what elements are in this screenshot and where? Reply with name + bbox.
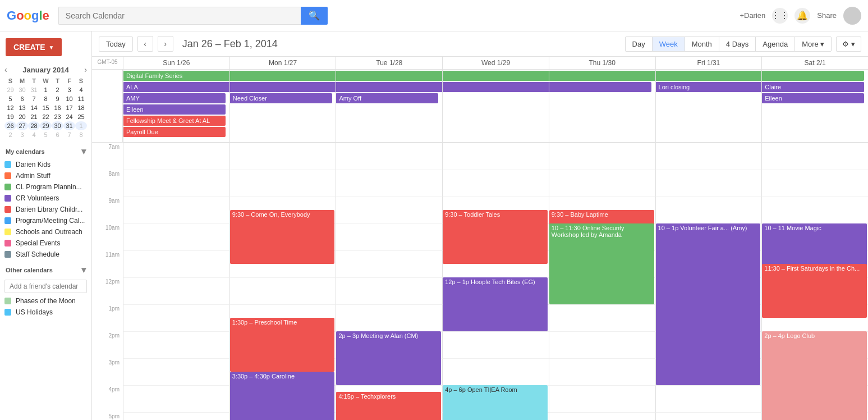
mini-cal-day[interactable]: 5 <box>40 130 52 139</box>
mini-cal-day[interactable]: 18 <box>75 103 87 112</box>
time-cell[interactable] <box>123 358 229 385</box>
mini-cal-day[interactable]: 28 <box>28 121 40 130</box>
mini-cal-day[interactable]: 6 <box>52 130 63 139</box>
time-cell[interactable] <box>442 331 549 358</box>
time-cell[interactable] <box>229 143 336 170</box>
time-cell[interactable] <box>229 170 336 197</box>
mini-cal-day[interactable]: 14 <box>28 103 40 112</box>
time-cell[interactable] <box>655 385 762 412</box>
timed-event[interactable]: 2p – 4p Lego Club <box>762 331 867 420</box>
multi-day-event[interactable]: Need Closer <box>229 93 332 103</box>
mini-cal-day[interactable]: 23 <box>52 112 63 121</box>
multi-day-event[interactable]: Payroll Due <box>123 127 226 137</box>
time-cell[interactable] <box>123 170 229 197</box>
multi-day-event[interactable]: Digital Family Series <box>123 71 864 81</box>
multi-day-event[interactable]: AMY <box>123 93 226 103</box>
time-cell[interactable] <box>336 277 442 304</box>
other-calendar-item[interactable]: US Holidays <box>0 307 91 318</box>
share-button[interactable]: Share <box>817 11 837 20</box>
my-calendar-item[interactable]: CL Program Plannin... <box>0 181 91 193</box>
timed-event[interactable]: 9:30 – Toddler Tales <box>443 210 548 264</box>
prev-button[interactable]: ‹ <box>137 36 153 52</box>
notifications-icon[interactable]: 🔔 <box>794 8 810 24</box>
my-calendar-item[interactable]: Program/Meeting Cal... <box>0 215 91 226</box>
mini-cal-day[interactable]: 29 <box>4 85 16 94</box>
mini-cal-day[interactable]: 29 <box>40 121 52 130</box>
time-cell[interactable] <box>336 223 442 250</box>
time-cell[interactable] <box>123 385 229 412</box>
add-friend-input[interactable] <box>4 280 87 293</box>
time-cell[interactable] <box>655 170 762 197</box>
time-cell[interactable] <box>549 143 655 170</box>
time-cell[interactable] <box>123 304 229 331</box>
mini-cal-day[interactable]: 21 <box>28 112 40 121</box>
time-cell[interactable] <box>123 143 229 170</box>
time-cell[interactable] <box>549 385 655 412</box>
timed-event[interactable]: 1:30p – Preschool Time <box>230 318 335 372</box>
mini-cal-day[interactable]: 9 <box>52 94 63 103</box>
timed-event[interactable]: 11:30 – First Saturdays in the Ch... <box>762 264 867 318</box>
time-cell[interactable] <box>761 143 868 170</box>
timed-event[interactable]: 9:30 – Come On, Everybody <box>230 210 335 264</box>
mini-cal-next[interactable]: › <box>84 65 87 74</box>
time-cell[interactable] <box>123 223 229 250</box>
mini-cal-day[interactable]: 8 <box>40 94 52 103</box>
more-view-button[interactable]: More ▾ <box>794 36 832 52</box>
mini-cal-day[interactable]: 1 <box>75 121 87 130</box>
settings-button[interactable]: ⚙ ▾ <box>836 36 861 52</box>
mini-cal-day[interactable]: 6 <box>16 94 28 103</box>
timed-event[interactable]: 12p – 1p Hoople Tech Bites (EG) <box>443 277 548 331</box>
other-calendars-section[interactable]: Other calendars ▾ <box>0 260 91 277</box>
time-cell[interactable] <box>336 304 442 331</box>
day-view-button[interactable]: Day <box>625 36 653 52</box>
time-cell[interactable] <box>655 143 762 170</box>
time-cell[interactable] <box>761 197 868 223</box>
my-calendar-item[interactable]: Schools and Outreach <box>0 226 91 238</box>
multi-day-event[interactable]: Eileen <box>123 104 226 115</box>
mini-cal-day[interactable]: 25 <box>75 112 87 121</box>
timed-event[interactable]: 4:15p – Techxplorers <box>336 392 441 420</box>
time-cell[interactable] <box>123 197 229 223</box>
next-button[interactable]: › <box>158 36 173 52</box>
mini-cal-day[interactable]: 27 <box>16 121 28 130</box>
mini-cal-day[interactable]: 19 <box>4 112 16 121</box>
time-grid-scroll[interactable]: 12am1am2am3am4am5am6am7am8am9am10am11am1… <box>92 143 868 420</box>
my-calendar-item[interactable]: CR Volunteers <box>0 193 91 204</box>
user-link[interactable]: +Darien <box>740 11 765 20</box>
mini-cal-day[interactable]: 4 <box>28 130 40 139</box>
timed-event[interactable]: 4p – 6p Open TI|EA Room <box>443 385 548 420</box>
time-cell[interactable] <box>336 143 442 170</box>
week-view-button[interactable]: Week <box>652 36 685 52</box>
mini-cal-day[interactable]: 4 <box>75 85 87 94</box>
multi-day-event[interactable]: Claire <box>761 82 864 92</box>
timed-event[interactable]: 10 – 1p Volunteer Fair a... (Amy) <box>656 223 761 385</box>
time-cell[interactable] <box>336 250 442 277</box>
mini-cal-day[interactable]: 30 <box>16 85 28 94</box>
time-cell[interactable] <box>336 170 442 197</box>
multi-day-event[interactable]: Eileen <box>761 93 864 103</box>
time-cell[interactable] <box>123 331 229 358</box>
mini-cal-day[interactable]: 15 <box>40 103 52 112</box>
other-calendar-item[interactable]: Phases of the Moon <box>0 295 91 307</box>
time-cell[interactable] <box>655 412 762 420</box>
mini-cal-day[interactable]: 20 <box>16 112 28 121</box>
time-cell[interactable] <box>123 250 229 277</box>
mini-cal-day[interactable]: 10 <box>63 94 75 103</box>
mini-cal-day[interactable]: 3 <box>16 130 28 139</box>
time-cell[interactable] <box>549 358 655 385</box>
mini-cal-day[interactable]: 2 <box>4 130 16 139</box>
search-button[interactable]: 🔍 <box>301 7 328 25</box>
time-cell[interactable] <box>442 358 549 385</box>
time-cell[interactable] <box>442 170 549 197</box>
my-calendar-item[interactable]: Darien Library Childr... <box>0 204 91 215</box>
my-calendar-item[interactable]: Darien Kids <box>0 159 91 170</box>
time-cell[interactable] <box>229 277 336 304</box>
timed-event[interactable]: 2p – 3p Meeting w Alan (CM) <box>336 331 441 385</box>
time-cell[interactable] <box>336 197 442 223</box>
mini-cal-day[interactable]: 7 <box>28 94 40 103</box>
mini-cal-day[interactable]: 16 <box>52 103 63 112</box>
time-cell[interactable] <box>549 304 655 331</box>
timed-event[interactable]: 10 – 11:30 Online Security Workshop led … <box>549 223 654 304</box>
mini-cal-day[interactable]: 3 <box>63 85 75 94</box>
time-cell[interactable] <box>655 197 762 223</box>
